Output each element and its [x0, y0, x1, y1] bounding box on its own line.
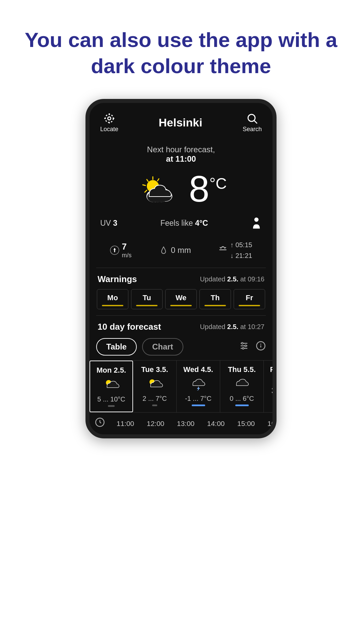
hourly-time-13: 13:00: [171, 420, 201, 428]
info-icon[interactable]: [256, 341, 266, 353]
phone-frame: Locate Helsinki Search Next hour forecas…: [85, 99, 277, 438]
card-temp-thu: 0 ... 6°C: [224, 395, 260, 402]
warning-indicator-th: [204, 305, 226, 306]
warnings-tab-we[interactable]: We: [165, 289, 197, 309]
warning-indicator-mo: [102, 305, 123, 306]
forecast-controls: Table Chart: [89, 337, 273, 360]
svg-point-0: [108, 117, 111, 120]
warnings-updated: Updated 2.5. at 09:16: [200, 275, 264, 283]
filter-icon[interactable]: [239, 341, 249, 353]
svg-point-6: [248, 114, 255, 121]
card-rain-mon: [108, 405, 115, 407]
uv-label: UV 3: [100, 219, 117, 228]
svg-marker-23: [113, 248, 116, 250]
metrics-row: 7 m/s 0 mm: [89, 236, 273, 268]
card-rain-tue: [152, 405, 157, 406]
wind-metric: 7 m/s: [110, 241, 132, 259]
card-day-tue: Tue 3.5.: [136, 365, 173, 374]
sunrise-info: ↑ 05:15 ↓ 21:21: [230, 239, 252, 261]
svg-point-31: [242, 342, 243, 344]
svg-line-26: [220, 247, 221, 248]
forecast-card-fri[interactable]: Fr 3: [264, 361, 273, 412]
locate-button[interactable]: Locate: [100, 112, 118, 133]
warnings-day-tabs: Mo Tu We Th Fr: [89, 289, 273, 315]
card-rain-wed: [192, 405, 205, 406]
svg-line-44: [100, 422, 101, 423]
card-weather-icon-tue: [145, 376, 165, 392]
hourly-time-11: 11:00: [110, 420, 140, 428]
main-weather: 8°C: [89, 167, 273, 214]
svg-point-1: [105, 114, 113, 122]
search-label: Search: [243, 126, 262, 133]
warning-indicator-fr: [239, 305, 260, 306]
person-icon: [251, 217, 262, 229]
promo-headline: You can also use the app with a dark col…: [0, 0, 362, 92]
warnings-section-header: Warnings Updated 2.5. at 09:16: [89, 268, 273, 289]
top-bar: Locate Helsinki Search: [89, 103, 273, 138]
svg-line-16: [143, 185, 145, 185]
card-weather-icon-mon: [101, 377, 121, 393]
phone-screen: Locate Helsinki Search Next hour forecas…: [89, 103, 273, 434]
city-name: Helsinki: [159, 116, 202, 129]
warning-indicator-tu: [136, 305, 158, 306]
locate-label: Locate: [100, 126, 118, 133]
hourly-time-12: 12:00: [140, 420, 171, 428]
svg-point-20: [254, 218, 259, 222]
card-temp-tue: 2 ... 7°C: [136, 395, 173, 402]
ten-day-updated: Updated 2.5. at 10:27: [200, 323, 264, 331]
svg-line-17: [145, 190, 147, 192]
svg-line-15: [147, 179, 148, 181]
hourly-time-16: 16:00: [261, 420, 273, 428]
card-rain-thu: [235, 405, 249, 406]
forecast-controls-right: [239, 341, 266, 353]
svg-point-33: [242, 347, 244, 349]
warnings-tab-th[interactable]: Th: [199, 289, 231, 309]
feels-like: Feels like 4°C: [160, 219, 208, 228]
search-icon: [246, 112, 258, 124]
table-button[interactable]: Table: [96, 338, 137, 356]
ten-day-title: 10 day forecast: [98, 322, 161, 332]
card-temp-wed: -1 ... 7°C: [180, 395, 217, 402]
warnings-tab-mo[interactable]: Mo: [97, 289, 128, 309]
warnings-tab-tu[interactable]: Tu: [131, 289, 163, 309]
hourly-timeline: 11:00 12:00 13:00 14:00 15:00 16:00 17:: [89, 412, 273, 434]
forecast-card-tue[interactable]: Tue 3.5. 2 ... 7°C: [133, 361, 177, 412]
warnings-tab-fr[interactable]: Fr: [234, 289, 265, 309]
weather-icon: [135, 172, 179, 206]
card-weather-icon-wed: *: [188, 376, 208, 392]
weather-details-row: UV 3 Feels like 4°C: [89, 214, 273, 236]
svg-line-7: [254, 121, 257, 123]
card-day-mon: Mon 2.5.: [94, 366, 129, 375]
search-button[interactable]: Search: [243, 112, 262, 133]
temperature-display: 8°C: [189, 170, 227, 207]
card-weather-icon-thu: [232, 376, 252, 392]
hourly-time-14: 14:00: [201, 420, 231, 428]
card-day-fri: Fr: [267, 365, 273, 374]
hourly-time-15: 15:00: [231, 420, 261, 428]
card-temp-mon: 5 ... 10°C: [94, 395, 129, 403]
wind-arrow-icon: [110, 246, 119, 255]
forecast-card-mon[interactable]: Mon 2.5. 5 ... 10°C: [89, 361, 133, 412]
forecast-cards: Mon 2.5. 5 ... 10°C Tue 3.5. 2 ...: [89, 360, 273, 412]
locate-icon: [103, 112, 115, 124]
svg-text:*: *: [197, 389, 198, 392]
rain-metric: 0 mm: [159, 246, 191, 255]
forecast-card-thu[interactable]: Thu 5.5. 0 ... 6°C: [220, 361, 264, 412]
sunrise-icon: [218, 246, 228, 255]
clock-icon: [89, 417, 110, 430]
forecast-card-wed[interactable]: Wed 4.5. * -1 ... 7°C: [177, 361, 220, 412]
ten-day-section-header: 10 day forecast Updated 2.5. at 10:27: [89, 316, 273, 337]
forecast-time-header: Next hour forecast, at 11:00: [89, 138, 273, 167]
svg-point-32: [245, 345, 247, 346]
rain-drop-icon: [159, 246, 168, 255]
sunrise-metric: ↑ 05:15 ↓ 21:21: [218, 239, 252, 261]
warning-indicator-we: [170, 305, 192, 306]
card-day-thu: Thu 5.5.: [224, 365, 260, 374]
warnings-title: Warnings: [98, 274, 137, 284]
card-day-wed: Wed 4.5.: [180, 365, 217, 374]
svg-line-27: [225, 247, 226, 248]
chart-button[interactable]: Chart: [142, 338, 183, 356]
svg-line-19: [158, 179, 159, 181]
